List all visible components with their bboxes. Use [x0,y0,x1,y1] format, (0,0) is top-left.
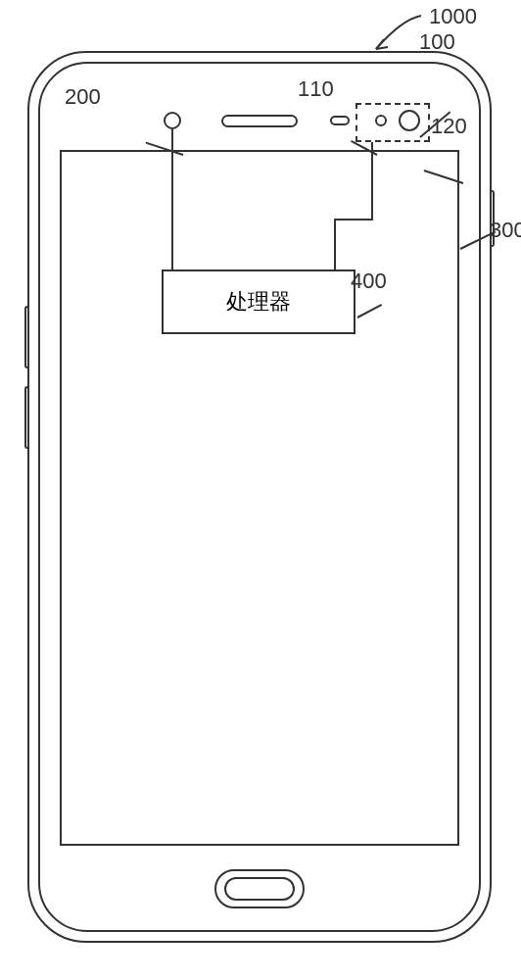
label-200: 200 [65,84,101,110]
volume-down-button [24,386,29,449]
screen-area [60,150,459,846]
connector-module-horz [334,219,373,220]
home-button [214,869,305,908]
module-lens-large [399,110,420,131]
connector-module-vert2 [334,219,336,270]
phone-outer-frame: 处理器 [27,51,492,943]
phone-inner-frame: 处理器 [38,62,481,932]
proximity-sensor [330,116,350,125]
volume-up-button [24,306,29,368]
label-400: 400 [351,269,387,294]
speaker-grille [221,115,298,127]
processor-block: 处理器 [162,270,355,334]
label-300: 300 [490,218,521,243]
label-1000: 1000 [429,4,477,29]
label-120: 120 [431,114,467,139]
label-100: 100 [419,29,455,55]
front-camera [164,112,181,129]
connector-module-vert1 [371,142,373,220]
home-button-inner [224,877,295,901]
module-lens-small [375,115,387,126]
label-110: 110 [298,76,334,102]
processor-label: 处理器 [226,287,291,317]
connector-200-to-processor [171,129,173,270]
